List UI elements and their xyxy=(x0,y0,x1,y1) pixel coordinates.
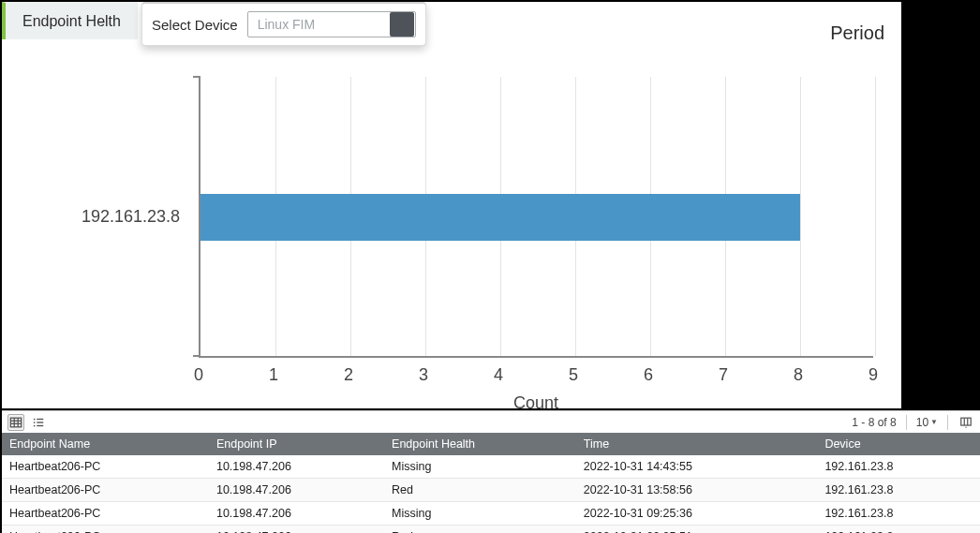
table-cell: 192.161.23.8 xyxy=(817,479,980,502)
page-size-value: 10 xyxy=(916,416,928,429)
chart-plot-area xyxy=(199,77,873,358)
chart-x-tick: 3 xyxy=(414,365,433,385)
tab-label: Endpoint Helth xyxy=(22,13,121,30)
table-toolbar: 1 - 8 of 8 10 ▼ xyxy=(2,410,980,433)
tab-endpoint-health[interactable]: Endpoint Helth xyxy=(2,2,138,39)
table-cell: Missing xyxy=(384,502,576,526)
table-cell: 2022-10-31 09:25:36 xyxy=(576,502,818,526)
chart-x-tick: 4 xyxy=(489,365,508,385)
table-cell: 2022-10-31 09:05:51 xyxy=(576,526,818,534)
col-time[interactable]: Time xyxy=(576,433,818,455)
col-device[interactable]: Device xyxy=(817,433,980,455)
columns-settings-icon[interactable] xyxy=(958,414,974,431)
table-cell: Missing xyxy=(384,455,576,479)
svg-rect-13 xyxy=(961,418,972,425)
device-select-text: Linux FIM xyxy=(248,17,390,32)
svg-rect-2 xyxy=(10,418,21,427)
chart-bar[interactable] xyxy=(200,194,800,241)
tab-row: Endpoint Helth Select Device Linux FIM xyxy=(2,2,426,46)
axis-tick xyxy=(193,76,200,78)
chart-x-tick: 5 xyxy=(564,365,583,385)
table-header-row: Endpoint Name Endpoint IP Endpoint Healt… xyxy=(2,433,980,455)
table-cell: 10.198.47.206 xyxy=(209,455,384,479)
chart-y-category: 192.161.23.8 xyxy=(82,207,180,227)
table-view-icon[interactable] xyxy=(7,414,24,431)
table-cell: Heartbeat206-PC xyxy=(2,455,209,479)
table-cell: 2022-10-31 13:58:56 xyxy=(576,479,818,502)
endpoint-table: Endpoint Name Endpoint IP Endpoint Healt… xyxy=(2,433,980,533)
page-range-text: 1 - 8 of 8 xyxy=(852,416,896,429)
table-cell: 192.161.23.8 xyxy=(817,502,980,526)
chart-x-tick: 8 xyxy=(789,365,808,385)
device-selector-label: Select Device xyxy=(152,17,238,33)
table-cell: 10.198.47.206 xyxy=(209,479,384,502)
chart-x-tick: 1 xyxy=(264,365,283,385)
table-row[interactable]: Heartbeat206-PC10.198.47.206Missing2022-… xyxy=(2,502,980,526)
table-cell: Red xyxy=(384,479,576,502)
endpoint-health-chart: Count 0123456789192.161.23.8 xyxy=(199,77,873,358)
col-endpoint-health[interactable]: Endpoint Health xyxy=(384,433,576,455)
device-selector-popover: Select Device Linux FIM xyxy=(141,2,426,46)
svg-point-7 xyxy=(34,418,36,420)
list-view-icon[interactable] xyxy=(30,414,47,431)
toolbar-separator xyxy=(906,415,907,430)
page-size-select[interactable]: 10 ▼ xyxy=(916,416,938,429)
table-row[interactable]: Heartbeat206-PC10.198.47.206Red2022-10-3… xyxy=(2,526,980,534)
table-cell: 2022-10-31 14:43:55 xyxy=(576,455,818,479)
svg-point-8 xyxy=(34,422,36,423)
table-cell: Heartbeat206-PC xyxy=(2,526,209,534)
chart-x-tick: 0 xyxy=(189,365,208,385)
dashboard-card: Endpoint Helth Select Device Linux FIM P… xyxy=(2,2,901,408)
axis-tick xyxy=(193,355,200,357)
table-cell: 192.161.23.8 xyxy=(817,526,980,534)
table-cell: Heartbeat206-PC xyxy=(2,502,209,526)
chart-gridline xyxy=(800,77,801,356)
chart-x-tick: 9 xyxy=(864,365,883,385)
table-cell: 10.198.47.206 xyxy=(209,526,384,534)
add-device-button[interactable] xyxy=(390,12,414,37)
chart-x-tick: 7 xyxy=(714,365,733,385)
chart-x-tick: 6 xyxy=(639,365,658,385)
table-cell: Red xyxy=(384,526,576,534)
chevron-down-icon: ▼ xyxy=(930,418,938,426)
svg-point-9 xyxy=(34,424,36,426)
col-endpoint-name[interactable]: Endpoint Name xyxy=(2,433,209,455)
col-endpoint-ip[interactable]: Endpoint IP xyxy=(209,433,384,455)
table-row[interactable]: Heartbeat206-PC10.198.47.206Missing2022-… xyxy=(2,455,980,479)
table-body: Heartbeat206-PC10.198.47.206Missing2022-… xyxy=(2,455,980,533)
chart-x-tick: 2 xyxy=(339,365,358,385)
table-cell: 10.198.47.206 xyxy=(209,502,384,526)
chart-gridline xyxy=(875,77,876,356)
table-row[interactable]: Heartbeat206-PC10.198.47.206Red2022-10-3… xyxy=(2,479,980,502)
device-select[interactable]: Linux FIM xyxy=(247,11,416,37)
table-panel: 1 - 8 of 8 10 ▼ Endpoint Name Endpoint I… xyxy=(2,410,980,533)
table-cell: Heartbeat206-PC xyxy=(2,479,209,502)
period-label: Period xyxy=(830,22,884,44)
toolbar-separator xyxy=(947,415,948,430)
table-cell: 192.161.23.8 xyxy=(817,455,980,479)
